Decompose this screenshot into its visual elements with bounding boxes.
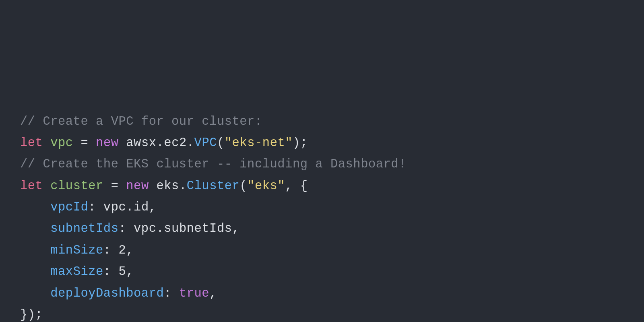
code-line-7: subnetIds: vpc.subnetIds, xyxy=(20,218,624,239)
prop-minsize: minSize xyxy=(50,244,103,257)
code-line-8: minSize: 2, xyxy=(20,240,624,261)
number-literal: 5 xyxy=(118,265,126,279)
identifier-eks: eks xyxy=(157,179,179,193)
prop-deploydashboard: deployDashboard xyxy=(50,287,164,300)
class-cluster: Cluster xyxy=(187,179,240,193)
keyword-new: new xyxy=(96,136,118,150)
keyword-new: new xyxy=(126,179,149,193)
prop-subnetids: subnetIds xyxy=(50,222,118,235)
code-line-6: vpcId: vpc.id, xyxy=(20,197,624,218)
identifier-ec2: ec2 xyxy=(164,136,186,150)
identifier-awsx: awsx xyxy=(126,136,156,150)
operator: = xyxy=(73,136,96,150)
number-literal: 2 xyxy=(118,244,126,257)
var-usage-vpc: vpc xyxy=(134,222,156,235)
code-block: // Create a VPC for our cluster:let vpc … xyxy=(20,111,624,322)
keyword-let: let xyxy=(20,179,43,193)
code-line-4: // Create the EKS cluster -- including a… xyxy=(20,154,624,175)
prop-vpcid: vpcId xyxy=(50,200,88,214)
var-cluster: cluster xyxy=(50,179,103,193)
prop-id: id xyxy=(134,200,149,214)
class-vpc: VPC xyxy=(194,136,217,150)
string-literal: "eks" xyxy=(247,179,285,193)
comment: // Create a VPC for our cluster: xyxy=(20,115,262,128)
comment: // Create the EKS cluster -- including a… xyxy=(20,157,406,171)
code-line-9: maxSize: 5, xyxy=(20,261,624,283)
code-line-11: }); xyxy=(20,304,624,322)
string-literal: "eks-net" xyxy=(225,136,293,150)
code-line-5: let cluster = new eks.Cluster("eks", { xyxy=(20,175,624,197)
code-line-2: let vpc = new awsx.ec2.VPC("eks-net"); xyxy=(20,132,624,154)
code-line-1: // Create a VPC for our cluster: xyxy=(20,111,624,132)
prop-maxsize: maxSize xyxy=(50,265,103,279)
prop-subnetids-access: subnetIds xyxy=(164,222,232,235)
boolean-literal: true xyxy=(179,287,209,300)
var-usage-vpc: vpc xyxy=(103,200,126,214)
keyword-let: let xyxy=(20,136,43,150)
code-line-10: deployDashboard: true, xyxy=(20,283,624,304)
var-vpc: vpc xyxy=(50,136,73,150)
operator: = xyxy=(103,179,126,193)
